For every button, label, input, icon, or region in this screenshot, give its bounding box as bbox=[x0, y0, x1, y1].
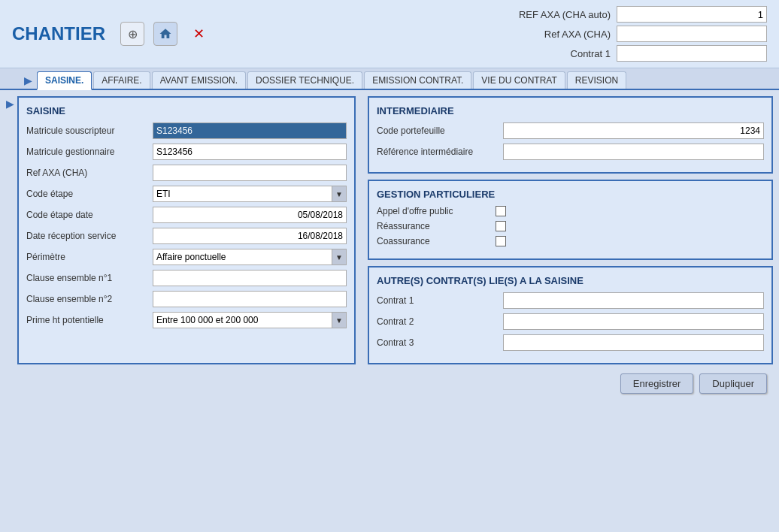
contrat2-lie-input[interactable] bbox=[503, 313, 764, 330]
ref-axa-row: Ref AXA (CHA) bbox=[513, 26, 767, 42]
appel-offre-label: Appel d'offre public bbox=[377, 206, 490, 216]
tab-affaire[interactable]: AFFAIRE. bbox=[93, 71, 150, 89]
matricule-gestionnaire-row: Matricule gestionnaire bbox=[26, 144, 347, 160]
code-etape-select-wrap: ETI ▼ bbox=[153, 186, 347, 202]
coassurance-label: Coassurance bbox=[377, 236, 490, 246]
contrat1-row: Contrat 1 bbox=[513, 45, 767, 62]
coassurance-checkbox[interactable] bbox=[496, 236, 506, 246]
clause-ensemble2-label: Clause ensemble n°2 bbox=[26, 294, 147, 304]
intermediaire-title: INTERMEDIAIRE bbox=[377, 105, 764, 116]
reference-intermediaire-row: Référence intermédiaire bbox=[377, 144, 764, 160]
reassurance-label: Réassurance bbox=[377, 221, 490, 231]
contrat1-lie-label: Contrat 1 bbox=[377, 295, 497, 306]
ref-axa-label: Ref AXA (CHA) bbox=[513, 29, 611, 40]
matricule-souscripteur-label: Matricule souscripteur bbox=[26, 125, 147, 136]
panels-row: ▶ SAISINE Matricule souscripteur Matricu… bbox=[0, 90, 779, 367]
coassurance-row: Coassurance bbox=[377, 236, 764, 246]
reference-intermediaire-input[interactable] bbox=[503, 144, 764, 160]
app-title: CHANTIER bbox=[12, 23, 105, 44]
contrat2-lie-label: Contrat 2 bbox=[377, 316, 497, 327]
ref-axa-auto-label: REF AXA (CHA auto) bbox=[513, 9, 611, 20]
date-reception-row: Date réception service bbox=[26, 228, 347, 244]
tab-saisine[interactable]: SAISINE. bbox=[37, 71, 92, 90]
tab-arrow-icon: ▶ bbox=[24, 74, 32, 86]
appel-offre-row: Appel d'offre public bbox=[377, 206, 764, 216]
perimetre-select-wrap: Affaire ponctuelle ▼ bbox=[153, 249, 347, 265]
bottom-buttons: Enregistrer Dupliquer bbox=[0, 367, 779, 400]
code-etape-date-label: Code étape date bbox=[26, 210, 147, 220]
date-reception-input[interactable] bbox=[153, 228, 347, 244]
matricule-gestionnaire-input[interactable] bbox=[153, 144, 347, 160]
code-portefeuille-row: Code portefeuille bbox=[377, 122, 764, 139]
perimetre-select[interactable]: Affaire ponctuelle bbox=[153, 249, 347, 265]
header-fields: REF AXA (CHA auto) Ref AXA (CHA) Contrat… bbox=[513, 6, 767, 62]
contrat3-lie-label: Contrat 3 bbox=[377, 337, 497, 348]
enregistrer-button[interactable]: Enregistrer bbox=[620, 373, 694, 394]
reassurance-checkbox[interactable] bbox=[496, 221, 506, 231]
tab-dossier-technique[interactable]: DOSSIER TECHNIQUE. bbox=[247, 71, 362, 89]
dupliquer-button[interactable]: Dupliquer bbox=[699, 373, 767, 394]
close-button[interactable]: ✕ bbox=[186, 22, 211, 46]
saisine-section: SAISINE Matricule souscripteur Matricule… bbox=[17, 96, 356, 364]
tabs-bar: ▶ SAISINE. AFFAIRE. AVANT EMISSION. DOSS… bbox=[0, 68, 779, 90]
tab-revision[interactable]: REVISION bbox=[567, 71, 626, 89]
clause-ensemble2-input[interactable] bbox=[153, 291, 347, 307]
tab-emission-contrat[interactable]: EMISSION CONTRAT. bbox=[364, 71, 471, 89]
tab-vie-du-contrat[interactable]: VIE DU CONTRAT bbox=[473, 71, 565, 89]
prime-ht-label: Prime ht potentielle bbox=[26, 315, 147, 325]
ref-axa-input[interactable] bbox=[617, 26, 767, 42]
contrat1-input[interactable] bbox=[617, 45, 767, 62]
matricule-souscripteur-input[interactable] bbox=[153, 122, 347, 139]
reassurance-row: Réassurance bbox=[377, 221, 764, 231]
perimetre-row: Périmètre Affaire ponctuelle ▼ bbox=[26, 249, 347, 265]
code-etape-select[interactable]: ETI bbox=[153, 186, 347, 202]
left-column: SAISINE Matricule souscripteur Matricule… bbox=[17, 96, 356, 364]
code-portefeuille-input[interactable] bbox=[503, 122, 764, 139]
autres-contrats-section: AUTRE(S) CONTRAT(S) LIE(S) A LA SAISINE … bbox=[368, 266, 773, 364]
ref-axa-cha-input[interactable] bbox=[153, 165, 347, 181]
clause-ensemble1-label: Clause ensemble n°1 bbox=[26, 273, 147, 283]
house-icon bbox=[159, 27, 172, 41]
autres-contrats-title: AUTRE(S) CONTRAT(S) LIE(S) A LA SAISINE bbox=[377, 275, 764, 286]
code-etape-date-row: Code étape date bbox=[26, 207, 347, 223]
right-panel: INTERMEDIAIRE Code portefeuille Référenc… bbox=[368, 96, 773, 364]
appel-offre-checkbox[interactable] bbox=[496, 206, 506, 216]
code-etape-label: Code étape bbox=[26, 189, 147, 199]
clause-ensemble1-input[interactable] bbox=[153, 270, 347, 286]
tab-avant-emission[interactable]: AVANT EMISSION. bbox=[152, 71, 246, 89]
prime-ht-select[interactable]: Entre 100 000 et 200 000 bbox=[153, 312, 347, 328]
header: CHANTIER ⊕ ✕ REF AXA (CHA auto) Ref AXA … bbox=[0, 0, 779, 68]
code-portefeuille-label: Code portefeuille bbox=[377, 125, 497, 136]
clause-ensemble1-row: Clause ensemble n°1 bbox=[26, 270, 347, 286]
content-area: ▶ SAISINE Matricule souscripteur Matricu… bbox=[0, 90, 779, 400]
section-arrow-icon: ▶ bbox=[6, 98, 14, 364]
prime-ht-select-wrap: Entre 100 000 et 200 000 ▼ bbox=[153, 312, 347, 328]
matricule-souscripteur-row: Matricule souscripteur bbox=[26, 122, 347, 139]
contrat1-lie-row: Contrat 1 bbox=[377, 292, 764, 309]
perimetre-label: Périmètre bbox=[26, 252, 147, 262]
ref-axa-cha-label: Ref AXA (CHA) bbox=[26, 168, 147, 178]
gestion-particuliere-section: GESTION PARTICULIERE Appel d'offre publi… bbox=[368, 180, 773, 260]
code-etape-row: Code étape ETI ▼ bbox=[26, 186, 347, 202]
contrat3-lie-input[interactable] bbox=[503, 334, 764, 351]
clause-ensemble2-row: Clause ensemble n°2 bbox=[26, 291, 347, 307]
intermediaire-section: INTERMEDIAIRE Code portefeuille Référenc… bbox=[368, 96, 773, 174]
ref-axa-cha-row: Ref AXA (CHA) bbox=[26, 165, 347, 181]
house-button[interactable] bbox=[153, 22, 177, 46]
saisine-title: SAISINE bbox=[26, 105, 347, 116]
code-etape-date-input[interactable] bbox=[153, 207, 347, 223]
ref-axa-auto-input[interactable] bbox=[617, 6, 767, 23]
reference-intermediaire-label: Référence intermédiaire bbox=[377, 147, 497, 157]
globe-button[interactable]: ⊕ bbox=[120, 22, 144, 46]
date-reception-label: Date réception service bbox=[26, 231, 147, 241]
gestion-particuliere-title: GESTION PARTICULIERE bbox=[377, 189, 764, 200]
prime-ht-row: Prime ht potentielle Entre 100 000 et 20… bbox=[26, 312, 347, 328]
matricule-gestionnaire-label: Matricule gestionnaire bbox=[26, 147, 147, 157]
ref-axa-auto-row: REF AXA (CHA auto) bbox=[513, 6, 767, 23]
contrat3-lie-row: Contrat 3 bbox=[377, 334, 764, 351]
contrat1-lie-input[interactable] bbox=[503, 292, 764, 309]
contrat1-label: Contrat 1 bbox=[513, 48, 611, 59]
contrat2-lie-row: Contrat 2 bbox=[377, 313, 764, 330]
